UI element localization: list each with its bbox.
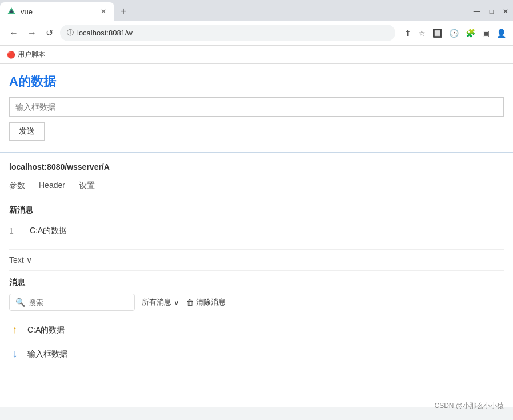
maximize-button[interactable]: □ — [490, 7, 494, 15]
sent-message-text: C:A的数据 — [27, 325, 65, 335]
text-dropdown-label: Text — [9, 255, 24, 265]
bookmark-userscript[interactable]: 🔴 用户脚本 — [7, 50, 45, 59]
page-content: A的数据 发送 localhost:8080/wsserver/A 参数 Hea… — [0, 64, 513, 407]
messages-label: 消息 — [9, 278, 504, 288]
list-item: ↓ 输入框数据 — [9, 342, 504, 366]
tab-params[interactable]: 参数 — [9, 181, 25, 193]
search-box[interactable]: 🔍 — [9, 294, 135, 311]
tab-bar: vue ✕ + — □ ✕ — [0, 0, 513, 21]
chevron-down-icon: ∨ — [26, 255, 32, 265]
filter-chevron-icon: ∨ — [174, 298, 179, 307]
ws-tabs: 参数 Header 设置 — [9, 181, 504, 198]
watermark: CSDN @小那么小小猿 — [434, 401, 504, 407]
sent-arrow-icon: ↑ — [9, 324, 21, 336]
bookmarks-bar: 🔴 用户脚本 — [0, 46, 513, 64]
list-item: ↑ C:A的数据 — [9, 318, 504, 342]
text-dropdown-bar: Text ∨ — [9, 250, 504, 271]
url-bar[interactable]: ⓘ localhost:8081/w — [60, 25, 395, 41]
search-filter-row: 🔍 所有消息 ∨ 🗑 清除消息 — [9, 294, 504, 311]
browser-chrome: vue ✕ + — □ ✕ ← → ↺ ⓘ localhost:8081/w ⬆… — [0, 0, 513, 407]
send-button[interactable]: 发送 — [9, 122, 45, 141]
close-button[interactable]: ✕ — [503, 7, 508, 15]
filter-dropdown[interactable]: 所有消息 ∨ — [142, 297, 179, 307]
vue-icon — [7, 7, 16, 16]
received-message-text: 输入框数据 — [27, 349, 67, 359]
window-controls: — □ ✕ — [474, 2, 513, 21]
extension2-icon[interactable]: 🕐 — [449, 29, 459, 38]
extension1-icon[interactable]: 🔲 — [432, 29, 442, 38]
tab-close-button[interactable]: ✕ — [99, 6, 107, 17]
new-tab-button[interactable]: + — [114, 6, 133, 18]
message-list: ↑ C:A的数据 ↓ 输入框数据 — [9, 318, 504, 366]
trash-icon: 🗑 — [186, 298, 194, 307]
profile-icon[interactable]: 👤 — [496, 29, 506, 38]
back-button[interactable]: ← — [7, 26, 21, 41]
lock-icon: ⓘ — [67, 28, 74, 38]
url-text: localhost:8081/w — [77, 29, 133, 37]
received-arrow-icon: ↓ — [9, 348, 21, 360]
section-a-title: A的数据 — [9, 73, 504, 90]
browser-tab[interactable]: vue ✕ — [0, 2, 114, 21]
forward-button[interactable]: → — [25, 26, 39, 41]
ws-section: localhost:8080/wsserver/A 参数 Header 设置 新… — [0, 153, 513, 373]
new-message-item: 1 C:A的数据 — [9, 220, 504, 242]
sidebar-icon[interactable]: ▣ — [482, 29, 490, 38]
puzzle-icon[interactable]: 🧩 — [466, 29, 475, 38]
input-field[interactable] — [9, 97, 504, 117]
message-text: C:A的数据 — [30, 226, 67, 236]
tab-settings[interactable]: 设置 — [79, 181, 95, 193]
tab-header[interactable]: Header — [39, 181, 65, 193]
messages-section: 消息 🔍 所有消息 ∨ 🗑 清除消息 — [9, 271, 504, 373]
clear-label: 清除消息 — [196, 297, 226, 307]
reload-button[interactable]: ↺ — [43, 25, 55, 41]
bookmark-icon: 🔴 — [7, 51, 15, 59]
section-a: A的数据 发送 — [0, 64, 513, 153]
ws-url: localhost:8080/wsserver/A — [9, 162, 504, 171]
bookmark-label: 用户脚本 — [18, 50, 45, 59]
address-bar-actions: ⬆ ☆ 🔲 🕐 🧩 ▣ 👤 — [404, 29, 506, 38]
message-number: 1 — [9, 226, 23, 235]
search-icon: 🔍 — [15, 298, 25, 307]
search-input[interactable] — [29, 298, 129, 307]
address-bar: ← → ↺ ⓘ localhost:8081/w ⬆ ☆ 🔲 🕐 🧩 ▣ 👤 — [0, 21, 513, 46]
share-icon[interactable]: ⬆ — [404, 29, 411, 38]
filter-label: 所有消息 — [142, 297, 171, 307]
bookmark-icon[interactable]: ☆ — [418, 29, 426, 38]
tab-title: vue — [21, 7, 33, 16]
clear-messages-button[interactable]: 🗑 清除消息 — [186, 297, 226, 307]
new-messages-label: 新消息 — [9, 205, 504, 215]
text-dropdown[interactable]: Text ∨ — [9, 255, 32, 265]
new-messages-section: 新消息 1 C:A的数据 — [9, 198, 504, 250]
minimize-button[interactable]: — — [474, 7, 480, 15]
